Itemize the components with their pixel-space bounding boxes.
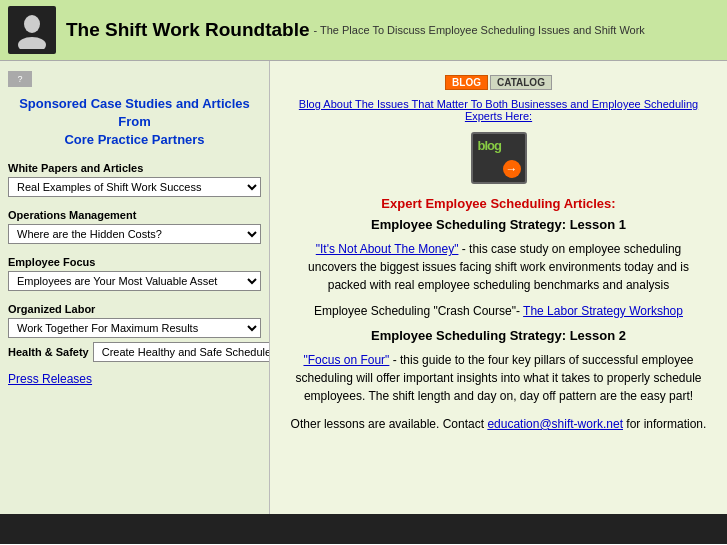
lesson1-title: Employee Scheduling Strategy: Lesson 1 (290, 217, 707, 232)
section1-label: White Papers and Articles (8, 162, 261, 174)
section4-label: Organized Labor (8, 303, 261, 315)
svg-point-1 (18, 37, 46, 49)
header: The Shift Work Roundtable - The Place To… (0, 0, 727, 61)
section3-label: Employee Focus (8, 256, 261, 268)
section3-select[interactable]: Employees are Your Most Valuable Asset (8, 271, 261, 291)
lesson2-body: "Focus on Four" - this guide to the four… (290, 351, 707, 405)
ad-box[interactable]: ? (8, 71, 32, 87)
section4-select[interactable]: Work Together For Maximum Results (8, 318, 261, 338)
site-tagline: - The Place To Discuss Employee Scheduli… (313, 24, 644, 36)
other-lessons: Other lessons are available. Contact edu… (290, 415, 707, 433)
sidebar-heading: Sponsored Case Studies and Articles From… (8, 95, 261, 150)
main-layout: ? Sponsored Case Studies and Articles Fr… (0, 61, 727, 514)
crash-course-prefix: Employee Scheduling "Crash Course"- (314, 304, 520, 318)
content-area: BLOG CATALOG Blog About The Issues That … (270, 61, 727, 514)
other-lessons-suffix: for information. (626, 417, 706, 431)
section5-select[interactable]: Create Healthy and Safe Schedules (93, 342, 270, 362)
sidebar-heading-line1: Sponsored Case Studies and Articles From (19, 96, 250, 129)
catalog-button[interactable]: CATALOG (490, 75, 552, 90)
footer (0, 514, 727, 544)
blog-arrow-icon: → (503, 160, 521, 178)
press-releases-link[interactable]: Press Releases (8, 372, 261, 386)
svg-point-0 (24, 15, 40, 33)
blog-button[interactable]: BLOG (445, 75, 488, 90)
site-title: The Shift Work Roundtable (66, 19, 309, 41)
ad-label: ? (17, 74, 22, 84)
section2-label: Operations Management (8, 209, 261, 221)
blog-catalog-bar: BLOG CATALOG (290, 75, 707, 90)
section1-select[interactable]: Real Examples of Shift Work Success (8, 177, 261, 197)
crash-course-link[interactable]: The Labor Strategy Workshop (523, 304, 683, 318)
site-logo (8, 6, 56, 54)
sidebar: ? Sponsored Case Studies and Articles Fr… (0, 61, 270, 514)
expert-title: Expert Employee Scheduling Articles: (290, 196, 707, 211)
blog-link[interactable]: Blog About The Issues That Matter To Bot… (290, 98, 707, 122)
blog-image-wrap: blog → (290, 132, 707, 184)
blog-link-text[interactable]: Blog About The Issues That Matter To Bot… (299, 98, 698, 122)
crash-course: Employee Scheduling "Crash Course"- The … (290, 304, 707, 318)
blog-image-label: blog (478, 138, 501, 153)
lesson2-title: Employee Scheduling Strategy: Lesson 2 (290, 328, 707, 343)
sidebar-heading-line2: Core Practice Partners (64, 132, 204, 147)
lesson1-body: "It's Not About The Money" - this case s… (290, 240, 707, 294)
other-lessons-prefix: Other lessons are available. Contact (291, 417, 484, 431)
section5-row: Health & Safety Create Healthy and Safe … (8, 342, 261, 362)
section2-select[interactable]: Where are the Hidden Costs? (8, 224, 261, 244)
section5-label: Health & Safety (8, 346, 89, 358)
other-lessons-email[interactable]: education@shift-work.net (487, 417, 623, 431)
blog-image[interactable]: blog → (471, 132, 527, 184)
lesson1-link[interactable]: "It's Not About The Money" (316, 242, 459, 256)
lesson2-link[interactable]: "Focus on Four" (303, 353, 389, 367)
